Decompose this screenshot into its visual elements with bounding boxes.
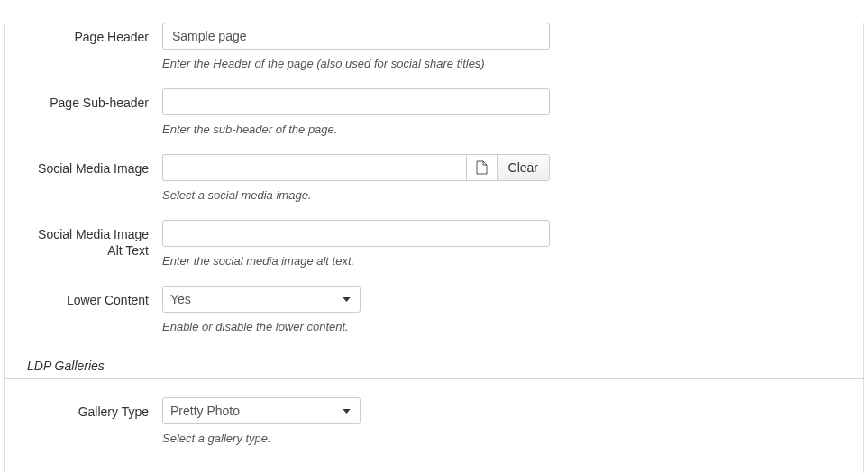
help-lower-content: Enable or disable the lower content. [162, 320, 550, 333]
help-page-header: Enter the Header of the page (also used … [162, 57, 550, 70]
row-gallery-type: Gallery Type Pretty Photo Select a galle… [5, 397, 863, 445]
social-alt-input[interactable] [162, 220, 550, 247]
help-gallery-type: Select a gallery type. [162, 432, 550, 445]
clear-button[interactable]: Clear [497, 154, 550, 181]
social-image-group: Clear [162, 154, 550, 181]
row-lower-content: Lower Content Yes Enable or disable the … [5, 286, 863, 333]
browse-file-button[interactable] [466, 154, 497, 181]
settings-panel: Page Header Enter the Header of the page… [4, 23, 864, 473]
label-page-header: Page Header [23, 23, 162, 45]
help-social-image: Select a social media image. [162, 188, 550, 202]
lower-content-select[interactable]: Yes [162, 286, 361, 313]
label-social-alt: Social Media Image Alt Text [23, 220, 162, 259]
page-subheader-input[interactable] [162, 88, 550, 115]
row-social-alt: Social Media Image Alt Text Enter the so… [5, 220, 863, 268]
help-page-subheader: Enter the sub-header of the page. [162, 123, 550, 136]
page-header-input[interactable] [162, 23, 550, 50]
section-galleries-title: LDP Galleries [5, 359, 863, 379]
label-lower-content: Lower Content [23, 286, 162, 308]
label-gallery-type: Gallery Type [23, 397, 162, 420]
label-page-subheader: Page Sub-header [23, 88, 162, 111]
social-image-input[interactable] [162, 154, 466, 181]
row-page-subheader: Page Sub-header Enter the sub-header of … [5, 88, 863, 136]
row-page-header: Page Header Enter the Header of the page… [5, 23, 863, 70]
file-icon [476, 160, 488, 175]
gallery-type-select[interactable]: Pretty Photo [162, 397, 361, 424]
row-social-image: Social Media Image Clear Select a social… [5, 154, 863, 202]
help-social-alt: Enter the social media image alt text. [162, 254, 550, 268]
label-social-image: Social Media Image [23, 154, 162, 177]
